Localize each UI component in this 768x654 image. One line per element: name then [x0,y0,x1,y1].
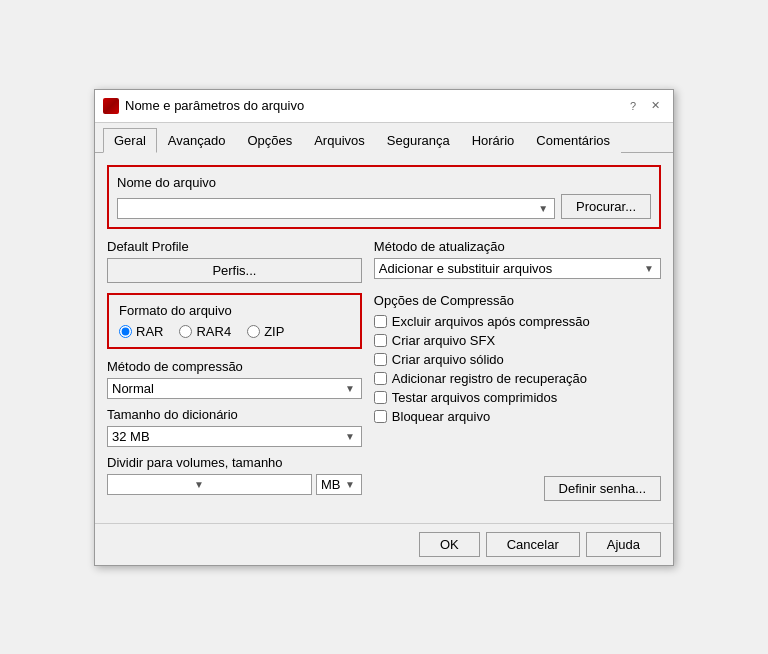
app-icon [103,98,119,114]
checkbox-recuperacao[interactable]: Adicionar registro de recuperação [374,371,661,386]
file-format-label: Formato do arquivo [119,303,350,318]
browse-button[interactable]: Procurar... [561,194,651,219]
volume-unit-select[interactable]: B KB MB GB [321,477,341,492]
help-button[interactable]: ? [623,96,643,116]
update-method-col: Método de atualização Adicionar e substi… [374,239,661,283]
file-name-arrow[interactable]: ▼ [536,203,550,214]
help-footer-button[interactable]: Ajuda [586,532,661,557]
update-method-select[interactable]: Adicionar e substituir arquivos Atualiza… [379,261,642,276]
volume-input-arrow[interactable]: ▼ [192,479,206,490]
checkbox-sfx[interactable]: Criar arquivo SFX [374,333,661,348]
dictionary-size-section: Tamanho do dicionário 128 KB 256 KB 512 … [107,407,362,447]
volume-input-wrap[interactable]: ▼ [107,474,312,495]
tab-comentarios[interactable]: Comentários [525,128,621,153]
cancel-button[interactable]: Cancelar [486,532,580,557]
update-method-arrow: ▼ [642,263,656,274]
format-rar[interactable]: RAR [119,324,163,339]
file-name-row: Artes do TGA.rar ▼ Procurar... [117,194,651,219]
volume-input[interactable] [112,477,192,492]
dictionary-size-label: Tamanho do dicionário [107,407,362,422]
update-method-label: Método de atualização [374,239,661,254]
format-rar4[interactable]: RAR4 [179,324,231,339]
volume-unit-arrow: ▼ [343,479,357,490]
default-profile-label: Default Profile [107,239,362,254]
file-name-label: Nome do arquivo [117,175,651,190]
compression-options-label: Opções de Compressão [374,293,661,308]
file-name-section: Nome do arquivo Artes do TGA.rar ▼ Procu… [107,165,661,229]
tab-arquivos[interactable]: Arquivos [303,128,376,153]
compression-method-section: Método de compressão Armazenar Mais rápi… [107,359,362,399]
checkbox-testar[interactable]: Testar arquivos comprimidos [374,390,661,405]
tab-horario[interactable]: Horário [461,128,526,153]
split-volume-section: Dividir para volumes, tamanho ▼ B KB MB … [107,455,362,495]
dialog-title: Nome e parâmetros do arquivo [125,98,617,113]
compression-method-select[interactable]: Armazenar Mais rápido Rápido Normal Bom … [112,381,343,396]
volume-unit-wrap[interactable]: B KB MB GB ▼ [316,474,362,495]
two-col-row: Default Profile Perfis... Método de atua… [107,239,661,283]
format-zip[interactable]: ZIP [247,324,284,339]
file-name-input-wrap: Artes do TGA.rar ▼ [117,194,555,219]
checkbox-bloquear[interactable]: Bloquear arquivo [374,409,661,424]
tab-seguranca[interactable]: Segurança [376,128,461,153]
ok-button[interactable]: OK [419,532,480,557]
title-buttons: ? ✕ [623,96,665,116]
dialog: Nome e parâmetros do arquivo ? ✕ Geral A… [94,89,674,566]
profiles-button[interactable]: Perfis... [107,258,362,283]
checkbox-excluir[interactable]: Excluir arquivos após compressão [374,314,661,329]
tab-opcoes[interactable]: Opções [236,128,303,153]
close-button[interactable]: ✕ [645,96,665,116]
file-name-input[interactable]: Artes do TGA.rar [122,201,536,216]
file-format-col: Formato do arquivo RAR RAR4 ZIP [107,293,362,501]
password-button[interactable]: Definir senha... [544,476,661,501]
file-format-section: Formato do arquivo RAR RAR4 ZIP [107,293,362,349]
split-volume-label: Dividir para volumes, tamanho [107,455,362,470]
dictionary-size-select-wrap[interactable]: 128 KB 256 KB 512 KB 1 MB 2 MB 4 MB 8 MB… [107,426,362,447]
compression-method-select-wrap[interactable]: Armazenar Mais rápido Rápido Normal Bom … [107,378,362,399]
volume-row: ▼ B KB MB GB ▼ [107,474,362,495]
tab-bar: Geral Avançado Opções Arquivos Segurança… [95,123,673,153]
format-compression-row: Formato do arquivo RAR RAR4 ZIP [107,293,661,501]
file-name-dropdown[interactable]: Artes do TGA.rar ▼ [117,198,555,219]
footer: OK Cancelar Ajuda [95,523,673,565]
title-bar: Nome e parâmetros do arquivo ? ✕ [95,90,673,123]
default-profile-col: Default Profile Perfis... [107,239,362,283]
compression-method-arrow: ▼ [343,383,357,394]
tab-avancado[interactable]: Avançado [157,128,237,153]
update-method-select-wrap[interactable]: Adicionar e substituir arquivos Atualiza… [374,258,661,279]
compression-method-label: Método de compressão [107,359,362,374]
tab-content: Nome do arquivo Artes do TGA.rar ▼ Procu… [95,153,673,523]
dictionary-size-arrow: ▼ [343,431,357,442]
checkbox-solido[interactable]: Criar arquivo sólido [374,352,661,367]
tab-geral[interactable]: Geral [103,128,157,153]
compression-options-col: Opções de Compressão Excluir arquivos ap… [374,293,661,501]
dictionary-size-select[interactable]: 128 KB 256 KB 512 KB 1 MB 2 MB 4 MB 8 MB… [112,429,343,444]
format-radio-row: RAR RAR4 ZIP [119,324,350,339]
